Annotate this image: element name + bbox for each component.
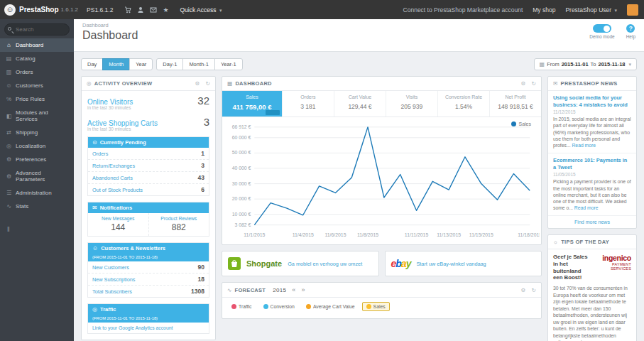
product-reviews-label: Product Reviews	[151, 216, 208, 221]
forecast-traffic-button[interactable]: Traffic	[227, 302, 256, 311]
read-more-link[interactable]: Read more	[572, 143, 596, 148]
filter-month-button[interactable]: Month	[102, 58, 130, 70]
new-customers-link[interactable]: New Customers	[92, 264, 129, 271]
sidebar-item-price-rules[interactable]: %Price Rules	[0, 92, 74, 106]
refresh-icon[interactable]: ↻	[531, 80, 536, 87]
user-menu[interactable]: PrestaShop User ▾	[565, 6, 617, 13]
search-input[interactable]	[4, 23, 70, 36]
ebay-link[interactable]: Start uw eBay-winkel vandaag	[416, 261, 486, 267]
out-of-stock-link[interactable]: Out of Stock Products	[92, 187, 143, 193]
news-article-title[interactable]: Ecommerce 101: Payments in a Tweet	[553, 157, 631, 170]
refresh-icon[interactable]: ↻	[531, 287, 536, 293]
filter-month-1-button[interactable]: Month-1	[182, 58, 215, 70]
gear-icon[interactable]: ⚙	[520, 287, 525, 293]
product-reviews-link[interactable]: Product Reviews882	[149, 213, 209, 236]
kpi-visits[interactable]: Visits205 939	[386, 91, 438, 117]
customer-notifications-icon[interactable]	[137, 6, 144, 13]
sidebar-item-catalog[interactable]: ▤Catalog	[0, 52, 74, 65]
google-analytics-link[interactable]: Link to your Google Analytics account	[88, 323, 209, 333]
tip-body: 30 tot 70% van de consumenten in Europa …	[553, 285, 631, 341]
new-messages-link[interactable]: New Messages144	[88, 213, 149, 236]
cart-notifications-icon[interactable]	[124, 6, 131, 13]
sidebar-item-administration[interactable]: ☰Administration	[0, 186, 74, 200]
sidebar-item-dashboard[interactable]: ⌂Dashboard	[0, 38, 74, 52]
forecast-next-button[interactable]: »	[302, 286, 305, 293]
gear-icon[interactable]: ⚙	[195, 80, 200, 87]
filter-day-button[interactable]: Day	[81, 58, 103, 70]
list-item: Return/Exchanges3	[88, 160, 209, 172]
refresh-icon[interactable]: ↻	[205, 80, 210, 87]
sidebar-item-label: Preferences	[16, 156, 46, 163]
forecast-conversion-button[interactable]: Conversion	[259, 302, 299, 311]
new-subscriptions-link[interactable]: New Subscriptions	[92, 276, 135, 283]
forecast-sales-button[interactable]: Sales	[362, 302, 390, 311]
list-item: Total Subscribers1308	[88, 286, 209, 297]
avatar[interactable]	[627, 4, 638, 16]
grid-icon: ▦	[227, 80, 232, 87]
gear-icon[interactable]: ⚙	[520, 80, 525, 87]
date-filter-row: Day Month Year Day-1 Month-1 Year-1 ▦ Fr…	[74, 52, 644, 76]
sidebar-item-customers[interactable]: ☺Customers	[0, 79, 74, 92]
filter-year-1-button[interactable]: Year-1	[214, 58, 243, 70]
tip-icon: ☼	[553, 239, 558, 245]
total-subscribers-link[interactable]: Total Subscribers	[92, 288, 132, 295]
marketplace-link[interactable]: Connect to PrestaShop Marketplace accoun…	[403, 6, 523, 13]
forecast-average-cart-value-button[interactable]: Average Cart Value	[302, 302, 359, 311]
abandoned-carts-link[interactable]: Abandoned Carts	[92, 175, 133, 181]
quick-access-menu[interactable]: Quick Access ▾	[180, 6, 222, 13]
news-article: Using social media for your business: 4 …	[548, 91, 636, 153]
filter-year-button[interactable]: Year	[129, 58, 153, 70]
kpi-label: Visits	[388, 94, 435, 99]
sidebar-item-advanced-parameters[interactable]: ⚙Advanced Parameters	[0, 166, 74, 186]
kpi-orders[interactable]: Orders3 181	[283, 91, 334, 117]
pending-orders-link[interactable]: Orders	[92, 151, 108, 157]
svg-text:11/15/2015: 11/15/2015	[469, 232, 493, 237]
forecast-year[interactable]: 2015	[273, 287, 286, 293]
sidebar-item-shipping[interactable]: ⇄Shipping	[0, 126, 74, 139]
sidebar-item-label: Localization	[16, 143, 45, 149]
kpi-value: 129,44 €	[337, 103, 383, 110]
sales-chart: 66 912 €60 000 €50 000 €40 000 €30 000 €…	[224, 120, 540, 243]
help-icon[interactable]: ?	[626, 24, 635, 33]
news-article-excerpt: Picking a payment provider is one of the…	[553, 178, 631, 211]
dashboard-panel: ▦ DASHBOARD ⚙ ↻ Sales411 759,00 € Orders…	[222, 76, 542, 245]
shopgate-link[interactable]: Ga mobiel en verhoog uw omzet	[288, 261, 362, 267]
kpi-cart-value[interactable]: Cart Value129,44 €	[334, 91, 386, 117]
sidebar-item-preferences[interactable]: ⚙Preferences	[0, 153, 74, 166]
sidebar-item-localization[interactable]: ◎Localization	[0, 139, 74, 153]
out-of-stock-value: 6	[201, 186, 204, 193]
message-notifications-icon[interactable]	[150, 6, 157, 13]
news-article-title[interactable]: Using social media for your business: 4 …	[553, 94, 631, 108]
pending-returns-value: 3	[201, 162, 204, 169]
read-more-link[interactable]: Read more	[574, 205, 599, 210]
sidebar-collapse-button[interactable]: ‖	[0, 223, 74, 236]
sidebar-item-stats[interactable]: ∿Stats	[0, 200, 74, 213]
star-icon[interactable]: ★	[163, 6, 168, 13]
kpi-conversion-rate[interactable]: Conversion Rate1.54%	[438, 91, 490, 117]
forecast-legend: Traffic Conversion Average Cart Value Sa…	[222, 298, 541, 318]
currently-pending-section: ⊙Currently Pending Orders1 Return/Exchan…	[87, 136, 209, 196]
help-control: ? Help	[626, 24, 635, 47]
forecast-prev-button[interactable]: «	[292, 286, 295, 293]
kpi-net-profit[interactable]: Net Profit148 918,51 €	[490, 91, 541, 117]
sidebar-item-orders[interactable]: ▥Orders	[0, 65, 74, 79]
legend-dot	[231, 304, 236, 309]
news-article-date: 11/12/2015	[553, 109, 631, 114]
legend-label: Sales	[373, 304, 386, 309]
section-subtitle: (FROM 2015-11-01 TO 2015-11-18)	[92, 255, 204, 259]
kpi-sales[interactable]: Sales411 759,00 €	[222, 91, 283, 117]
demo-mode-toggle[interactable]	[593, 24, 611, 33]
sidebar-nav: ⌂Dashboard ▤Catalog ▥Orders ☺Customers %…	[0, 38, 74, 213]
shop-name-link[interactable]: PS1.6.1.2	[87, 6, 113, 13]
advanced-parameters-icon: ⚙	[6, 173, 12, 180]
prestashop-logo[interactable]: ☺	[4, 4, 16, 16]
date-from-label: From	[547, 61, 560, 67]
find-more-news-link[interactable]: Find more news	[548, 216, 636, 228]
svg-text:30 000 €: 30 000 €	[232, 181, 251, 186]
date-range-picker[interactable]: ▦ From 2015-11-01 To 2015-11-18 ▾	[534, 58, 637, 70]
my-shop-link[interactable]: My shop	[533, 6, 555, 13]
pending-returns-link[interactable]: Return/Exchanges	[92, 163, 135, 169]
shipping-icon: ⇄	[6, 129, 12, 136]
sidebar-item-modules[interactable]: ◧Modules and Services	[0, 106, 74, 126]
filter-day-1-button[interactable]: Day-1	[156, 58, 183, 70]
